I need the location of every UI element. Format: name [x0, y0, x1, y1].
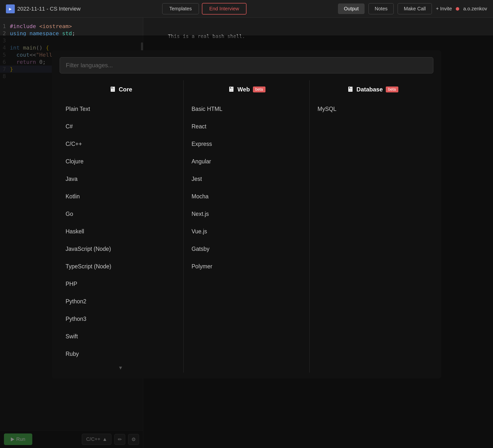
database-label: Database: [356, 86, 383, 93]
lang-typescript-node[interactable]: TypeScript (Node): [63, 258, 178, 275]
lang-java[interactable]: Java: [63, 170, 178, 188]
interview-title: 2022-11-11 - CS Interview: [17, 6, 81, 12]
lang-vuejs[interactable]: Vue.js: [189, 223, 304, 240]
user-status-dot: [456, 7, 459, 11]
topbar-center: Templates End Interview: [162, 3, 246, 15]
web-column: 🖥 Web beta Basic HTML React Express Angu…: [184, 80, 310, 373]
lang-go[interactable]: Go: [63, 205, 178, 223]
topbar-right: Output Notes Make Call + Invite a.o.zenk…: [338, 3, 487, 14]
modal-search-area: [52, 50, 441, 80]
make-call-button[interactable]: Make Call: [398, 3, 432, 14]
lang-clojure[interactable]: Clojure: [63, 153, 178, 170]
lang-haskell[interactable]: Haskell: [63, 223, 178, 240]
lang-python3[interactable]: Python3: [63, 310, 178, 328]
scroll-indicator: ▼: [63, 363, 178, 373]
database-column-header: 🖥 Database beta: [315, 80, 430, 100]
database-icon: 🖥: [347, 85, 353, 93]
lang-swift[interactable]: Swift: [63, 328, 178, 345]
lang-php[interactable]: PHP: [63, 275, 178, 293]
logo-area: ▶ 2022-11-11 - CS Interview: [6, 4, 81, 13]
main-layout: 1 #include <iostream> 2 using namespace …: [0, 18, 493, 448]
logo-icon: ▶: [6, 4, 15, 13]
code-line-1: 1 #include <iostream>: [0, 23, 143, 30]
templates-button[interactable]: Templates: [162, 3, 199, 14]
database-column: 🖥 Database beta MySQL: [310, 80, 435, 373]
end-interview-button[interactable]: End Interview: [202, 3, 246, 15]
lang-jest[interactable]: Jest: [189, 170, 304, 188]
language-modal: 🖥 Core Plain Text C# C/C++ Clojure Java …: [52, 50, 441, 379]
language-filter-input[interactable]: [60, 57, 433, 73]
database-beta-badge: beta: [386, 86, 398, 92]
lang-ruby[interactable]: Ruby: [63, 345, 178, 363]
lang-cpp[interactable]: C/C++: [63, 135, 178, 153]
core-column-header: 🖥 Core: [63, 80, 178, 100]
web-beta-badge: beta: [253, 86, 265, 92]
line-number: 1: [0, 23, 10, 29]
user-name: a.o.zenkov: [463, 6, 487, 12]
lang-javascript-node[interactable]: JavaScript (Node): [63, 240, 178, 258]
line-content: #include <iostream>: [10, 23, 72, 29]
modal-overlay[interactable]: 🖥 Core Plain Text C# C/C++ Clojure Java …: [0, 35, 493, 448]
lang-mysql[interactable]: MySQL: [315, 100, 430, 118]
lang-csharp[interactable]: C#: [63, 118, 178, 135]
notes-button[interactable]: Notes: [369, 3, 394, 14]
lang-polymer[interactable]: Polymer: [189, 258, 304, 275]
web-label: Web: [237, 86, 250, 93]
output-button[interactable]: Output: [338, 3, 365, 14]
lang-python2[interactable]: Python2: [63, 293, 178, 310]
core-icon: 🖥: [109, 85, 116, 93]
invite-button[interactable]: + Invite: [436, 6, 452, 12]
lang-plain-text[interactable]: Plain Text: [63, 100, 178, 118]
lang-basic-html[interactable]: Basic HTML: [189, 100, 304, 118]
core-column: 🖥 Core Plain Text C# C/C++ Clojure Java …: [58, 80, 184, 373]
topbar: ▶ 2022-11-11 - CS Interview Templates En…: [0, 0, 493, 18]
lang-angular[interactable]: Angular: [189, 153, 304, 170]
lang-react[interactable]: React: [189, 118, 304, 135]
lang-express[interactable]: Express: [189, 135, 304, 153]
lang-gatsby[interactable]: Gatsby: [189, 240, 304, 258]
lang-mocha[interactable]: Mocha: [189, 188, 304, 205]
web-column-header: 🖥 Web beta: [189, 80, 304, 100]
web-icon: 🖥: [228, 85, 234, 93]
core-label: Core: [119, 86, 132, 93]
modal-body: 🖥 Core Plain Text C# C/C++ Clojure Java …: [52, 80, 441, 379]
lang-kotlin[interactable]: Kotlin: [63, 188, 178, 205]
lang-nextjs[interactable]: Next.js: [189, 205, 304, 223]
